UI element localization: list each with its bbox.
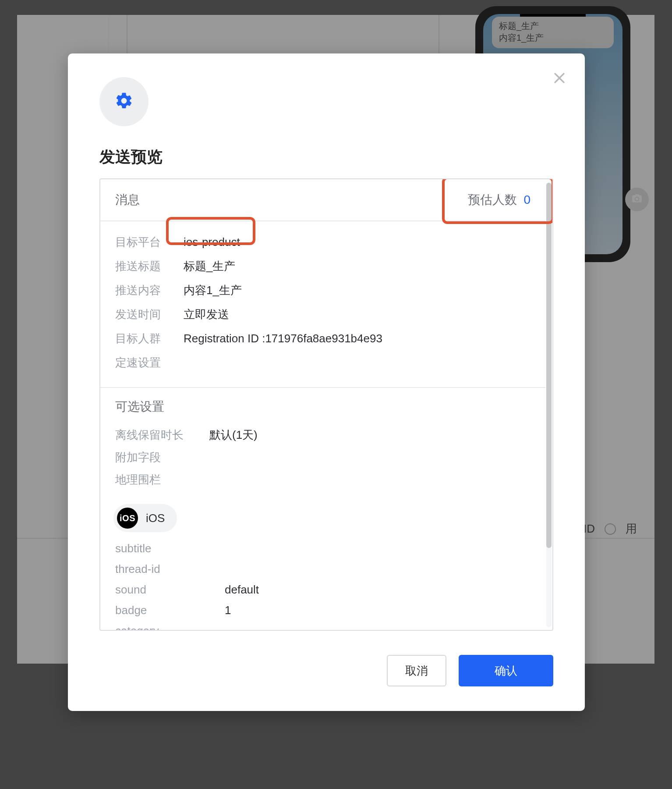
target-platform-label: 目标平台	[115, 235, 171, 250]
offline-ttl-value: 默认(1天)	[209, 427, 258, 443]
ios-badge-icon: iOS	[117, 508, 138, 529]
modal-title: 发送预览	[99, 146, 553, 168]
confirm-button[interactable]: 确认	[459, 655, 553, 686]
gear-icon	[114, 91, 134, 112]
modal-footer: 取消 确认	[387, 655, 553, 686]
platform-chip-ios[interactable]: iOS iOS	[113, 504, 177, 532]
push-title-value: 标题_生产	[184, 259, 235, 274]
audience-label: 目标人群	[115, 331, 171, 346]
optional-heading: 可选设置	[100, 388, 545, 418]
ios-sound-label: sound	[115, 583, 207, 597]
estimate-block: 预估人数 0	[468, 192, 531, 208]
ios-threadid-label: thread-id	[115, 562, 207, 576]
offline-ttl-label: 离线保留时长	[115, 427, 192, 443]
message-fields: 目标平台 ios-product 推送标题 标题_生产 推送内容 内容1_生产 …	[100, 221, 545, 387]
estimate-label: 预估人数	[468, 193, 517, 206]
audience-value: Registration ID :171976fa8ae931b4e93	[184, 332, 382, 345]
estimate-value: 0	[523, 193, 531, 206]
message-section-header: 消息 预估人数 0	[100, 179, 545, 221]
scrollbar-thumb[interactable]	[546, 183, 552, 548]
ios-category-label: category	[115, 624, 207, 630]
target-platform-value: ios-product	[184, 235, 240, 249]
platform-chip-label: iOS	[146, 512, 165, 525]
ios-subtitle-label: subtitle	[115, 542, 207, 555]
extra-fields-label: 附加字段	[115, 450, 192, 465]
optional-fields: 离线保留时长 默认(1天) 附加字段 地理围栏	[100, 418, 545, 500]
push-content-label: 推送内容	[115, 283, 171, 298]
send-preview-modal: 发送预览 消息 预估人数 0 目标平台 ios-product 推送标题	[68, 53, 585, 711]
ios-badge-value: 1	[225, 604, 231, 617]
header-icon-circle	[99, 77, 149, 126]
preview-content-frame: 消息 预估人数 0 目标平台 ios-product 推送标题 标题_生产 推送…	[99, 178, 553, 631]
close-button[interactable]	[551, 70, 568, 88]
push-title-label: 推送标题	[115, 259, 171, 274]
preview-scroll-area[interactable]: 消息 预估人数 0 目标平台 ios-product 推送标题 标题_生产 推送…	[100, 179, 545, 630]
send-time-value: 立即发送	[184, 307, 229, 322]
send-time-label: 发送时间	[115, 307, 171, 322]
close-icon	[552, 71, 567, 87]
ios-sound-value: default	[225, 583, 259, 597]
message-heading: 消息	[115, 192, 140, 208]
push-content-value: 内容1_生产	[184, 283, 242, 298]
modal-header: 发送预览	[68, 53, 585, 168]
ios-options: subtitle thread-id sound default badge 1…	[100, 534, 545, 630]
geo-fence-label: 地理围栏	[115, 472, 192, 487]
scrollbar[interactable]	[546, 182, 552, 627]
cancel-button-label: 取消	[405, 663, 428, 679]
cancel-button[interactable]: 取消	[387, 655, 446, 686]
confirm-button-label: 确认	[495, 663, 517, 679]
ios-badge-label: badge	[115, 604, 207, 617]
rate-label: 定速设置	[115, 355, 171, 370]
